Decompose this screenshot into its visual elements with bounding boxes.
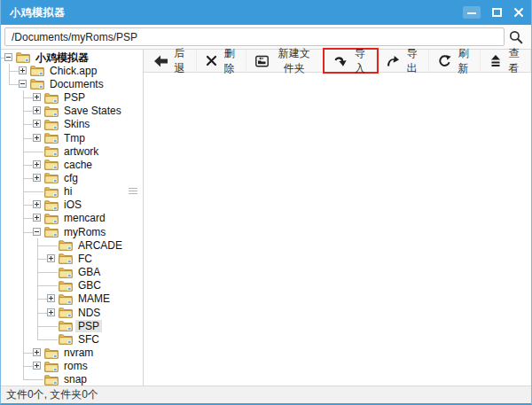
folder-tree: 小鸡模拟器Chick.appDocumentsPSPSave StatesSki… xyxy=(1,50,144,386)
tree-item-nds[interactable]: NDS xyxy=(2,306,143,319)
tree-expander-cell xyxy=(30,118,44,131)
tree-item-label: GBC xyxy=(75,279,104,292)
tree-item-gbc[interactable]: GBC xyxy=(2,279,143,292)
tree-item-artwork[interactable]: artwork xyxy=(2,144,143,158)
tree-item-cache[interactable]: cache xyxy=(2,158,143,171)
expand-plus-icon[interactable] xyxy=(33,174,41,182)
tree-guide xyxy=(2,332,16,346)
tree-item-ios[interactable]: iOS xyxy=(2,199,143,212)
tree-expander-cell xyxy=(30,212,44,225)
folder-icon xyxy=(30,78,44,90)
collapse-minus-icon[interactable] xyxy=(33,228,41,236)
search-button[interactable] xyxy=(505,27,528,47)
tree-guide xyxy=(16,144,30,158)
toolbar-button-label: 删除 xyxy=(222,46,237,76)
address-input[interactable] xyxy=(4,27,505,46)
collapse-minus-icon[interactable] xyxy=(4,53,12,61)
tree-guide xyxy=(2,292,16,306)
tree-item-hi[interactable]: hi xyxy=(2,185,143,199)
expand-plus-icon[interactable] xyxy=(19,66,27,74)
status-text: 文件0个, 文件夹0个 xyxy=(6,387,98,402)
tree-guide xyxy=(2,199,16,212)
maximize-button[interactable] xyxy=(492,8,502,17)
folder-icon xyxy=(59,239,73,251)
tree-expander-cell xyxy=(16,64,30,77)
tree-guide xyxy=(16,346,30,359)
close-icon xyxy=(513,7,524,18)
toolbar-button-label: 导入 xyxy=(352,46,367,76)
tree-guide xyxy=(16,292,30,306)
toolbar-button-export[interactable]: 导出 xyxy=(377,50,429,72)
expand-plus-icon[interactable] xyxy=(33,348,41,356)
tree-item-cfg[interactable]: cfg xyxy=(2,171,143,184)
tree-guide xyxy=(2,319,16,332)
tree-item-mencard[interactable]: mencard xyxy=(2,212,143,225)
tree-guide xyxy=(2,64,16,77)
tree-guide xyxy=(30,292,44,306)
toolbar-button-back[interactable]: 后退 xyxy=(145,50,197,72)
expand-plus-icon[interactable] xyxy=(33,160,41,168)
toolbar-button-label: 刷新 xyxy=(456,46,471,76)
tree-item-arcade[interactable]: ARCADE xyxy=(2,238,143,252)
tree-expander-cell xyxy=(2,51,16,64)
tree-item-label: myRoms xyxy=(61,226,108,238)
expand-plus-icon[interactable] xyxy=(33,93,41,101)
tree-item-label: roms xyxy=(61,360,90,372)
tree-guide xyxy=(16,158,30,171)
tree-item-mame[interactable]: MAME xyxy=(2,292,143,306)
toolbar-button-delete[interactable]: 删除 xyxy=(197,50,246,72)
tree-guide xyxy=(30,252,44,265)
tree-item-psp[interactable]: PSP xyxy=(2,90,143,104)
toolbar-button-refresh[interactable]: 刷新 xyxy=(429,50,481,72)
tree-guide xyxy=(16,225,30,238)
minimize-button[interactable] xyxy=(463,6,481,19)
folder-icon xyxy=(44,105,59,117)
tree-item-skins[interactable]: Skins xyxy=(2,118,143,131)
expand-plus-icon[interactable] xyxy=(33,200,41,208)
tree-item-小鸡模拟器[interactable]: 小鸡模拟器 xyxy=(2,51,143,64)
folder-icon xyxy=(44,172,59,183)
tree-guide xyxy=(2,225,16,238)
expand-plus-icon[interactable] xyxy=(33,134,41,142)
tree-item-sfc[interactable]: SFC xyxy=(2,332,143,346)
tree-guide xyxy=(2,360,16,373)
tree-item-psp[interactable]: PSP xyxy=(2,319,143,332)
toolbar-button-view[interactable]: 查看 xyxy=(481,50,531,72)
toolbar-button-import[interactable]: 导入 xyxy=(325,50,377,72)
tree-expander-cell xyxy=(30,144,44,158)
tree-item-fc[interactable]: FC xyxy=(2,252,143,265)
expand-plus-icon[interactable] xyxy=(33,106,41,114)
tree-item-save-states[interactable]: Save States xyxy=(2,105,143,118)
tree-expander-cell xyxy=(30,105,44,118)
tree-item-snap[interactable]: snap xyxy=(2,373,143,386)
expand-plus-icon[interactable] xyxy=(47,254,55,262)
collapse-minus-icon[interactable] xyxy=(19,80,27,88)
address-bar xyxy=(1,25,531,50)
tree-guide xyxy=(16,199,30,212)
expand-plus-icon[interactable] xyxy=(47,294,55,302)
tree-item-tmp[interactable]: Tmp xyxy=(2,131,143,144)
toolbar: 后退删除新建文件夹导入导出刷新查看 xyxy=(144,50,531,73)
expand-plus-icon[interactable] xyxy=(33,214,41,222)
expand-plus-icon[interactable] xyxy=(33,362,41,370)
tree-item-nvram[interactable]: nvram xyxy=(2,346,143,359)
expand-plus-icon[interactable] xyxy=(33,120,41,128)
tree-guide xyxy=(16,319,30,332)
tree-guide xyxy=(2,252,16,265)
tree-item-chick-app[interactable]: Chick.app xyxy=(2,64,143,77)
file-list-area[interactable] xyxy=(144,73,531,386)
window-controls xyxy=(463,6,524,19)
tree-guide xyxy=(16,118,30,131)
folder-icon xyxy=(44,132,59,144)
tree-item-roms[interactable]: roms xyxy=(2,360,143,373)
tree-item-myroms[interactable]: myRoms xyxy=(2,225,143,238)
toolbar-button-new-folder[interactable]: 新建文件夹 xyxy=(246,50,325,72)
tree-item-gba[interactable]: GBA xyxy=(2,266,143,279)
tree-item-documents[interactable]: Documents xyxy=(2,77,143,90)
close-button[interactable] xyxy=(513,7,524,18)
splitter-grip[interactable] xyxy=(129,188,137,194)
tree-item-label: iOS xyxy=(61,199,84,211)
tree-item-label: MAME xyxy=(75,292,113,305)
tree-guide xyxy=(2,158,16,171)
expand-plus-icon[interactable] xyxy=(47,308,55,316)
